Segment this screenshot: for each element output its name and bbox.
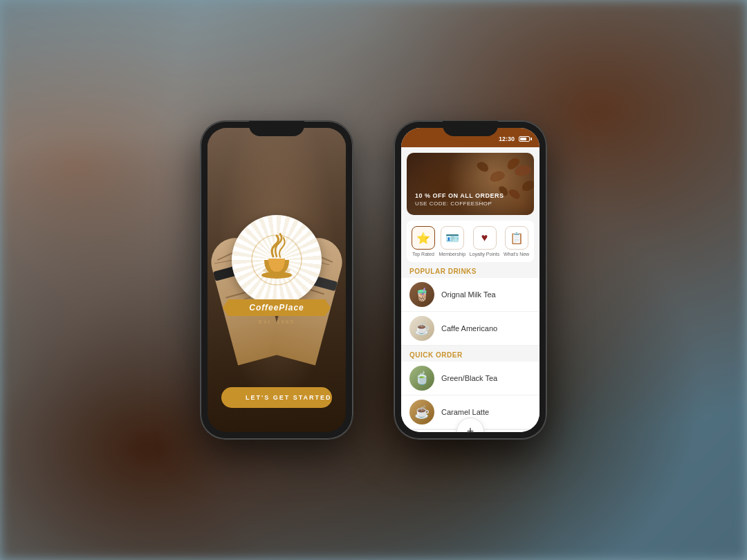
- caramel-latte-icon: ☕: [414, 404, 430, 420]
- loyalty-label: Loyalty Points: [470, 252, 500, 256]
- milk-tea-name: Orignal Milk Tea: [441, 290, 496, 299]
- phone1-notch: [249, 121, 304, 136]
- green-tea-icon: 🍵: [414, 371, 430, 386]
- splash-logo: CoffeePlace Est. 1985: [228, 215, 325, 325]
- drink-item-green-tea[interactable]: 🍵 Green/Black Tea: [401, 362, 540, 395]
- logo-rays: [232, 215, 322, 305]
- nav-top-rated[interactable]: ⭐ Top Rated: [412, 226, 435, 256]
- status-icons: [519, 136, 530, 142]
- phone2-shell: 12:30: [394, 121, 546, 439]
- quick-order-title: QUICK ORDER: [401, 346, 540, 362]
- promo-banner[interactable]: 10 % OFF ON ALL ORDERS USE CODE: COFFEES…: [407, 153, 534, 215]
- drink-item-milk-tea[interactable]: 🧋 Orignal Milk Tea: [401, 278, 540, 312]
- status-time: 12:30: [499, 136, 515, 142]
- logo-circle: [232, 215, 322, 305]
- promo-discount-text: 10 % OFF ON ALL ORDERS: [415, 192, 504, 199]
- caramel-latte-name: Caramel Latte: [441, 408, 489, 416]
- americano-icon: ☕: [414, 321, 430, 336]
- nav-loyalty[interactable]: ♥ Loyalty Points: [470, 226, 500, 256]
- bottom-nav: ☕ 🔍 + ORDER NOW 🛒 👤: [401, 429, 540, 432]
- phone2: 12:30: [394, 121, 546, 439]
- app-content: 10 % OFF ON ALL ORDERS USE CODE: COFFEES…: [401, 147, 540, 432]
- top-rated-label: Top Rated: [412, 252, 434, 256]
- top-rated-icon-box: ⭐: [412, 226, 435, 250]
- new-icon: 📋: [510, 232, 524, 245]
- nav-membership[interactable]: 🪪 Membership: [439, 226, 466, 256]
- membership-label: Membership: [439, 252, 466, 256]
- green-tea-thumb: 🍵: [409, 366, 434, 391]
- star-icon: ⭐: [416, 232, 430, 245]
- phone1-shell: CoffeePlace Est. 1985 LET'S GET STARTED: [201, 121, 353, 439]
- phone1: CoffeePlace Est. 1985 LET'S GET STARTED: [201, 121, 353, 439]
- whats-new-icon-box: 📋: [505, 226, 528, 250]
- phone2-notch: [443, 121, 498, 136]
- phone2-screen: 12:30: [401, 128, 540, 432]
- nav-whats-new[interactable]: 📋 What's New: [504, 226, 529, 256]
- whats-new-label: What's New: [504, 252, 529, 256]
- americano-thumb: ☕: [409, 316, 434, 341]
- drink-item-americano[interactable]: ☕ Caffe Americano: [401, 312, 540, 346]
- phone1-screen: CoffeePlace Est. 1985 LET'S GET STARTED: [208, 128, 346, 432]
- est-text: Est. 1985: [259, 319, 295, 325]
- heart-icon: ♥: [481, 232, 488, 244]
- plus-icon: +: [467, 424, 474, 433]
- americano-name: Caffe Americano: [441, 324, 497, 333]
- logo-banner: CoffeePlace: [228, 299, 325, 316]
- milk-tea-thumb: 🧋: [409, 282, 434, 307]
- loyalty-icon-box: ♥: [473, 226, 497, 250]
- green-tea-name: Green/Black Tea: [441, 374, 497, 382]
- membership-icon-box: 🪪: [441, 226, 464, 250]
- popular-drinks-title: POPULAR DRINKS: [401, 262, 540, 278]
- promo-text: 10 % OFF ON ALL ORDERS USE CODE: COFFEES…: [415, 192, 504, 207]
- promo-code-text: USE CODE: COFFEESHOP: [415, 200, 504, 207]
- milk-tea-icon: 🧋: [414, 287, 430, 302]
- get-started-button[interactable]: LET'S GET STARTED: [221, 387, 332, 408]
- caramel-latte-thumb: ☕: [409, 400, 434, 424]
- membership-icon: 🪪: [445, 232, 459, 245]
- logo-brand-text: CoffeePlace: [249, 303, 304, 312]
- quick-nav: ⭐ Top Rated 🪪 Membership ♥: [407, 221, 534, 262]
- battery-icon: [519, 136, 530, 142]
